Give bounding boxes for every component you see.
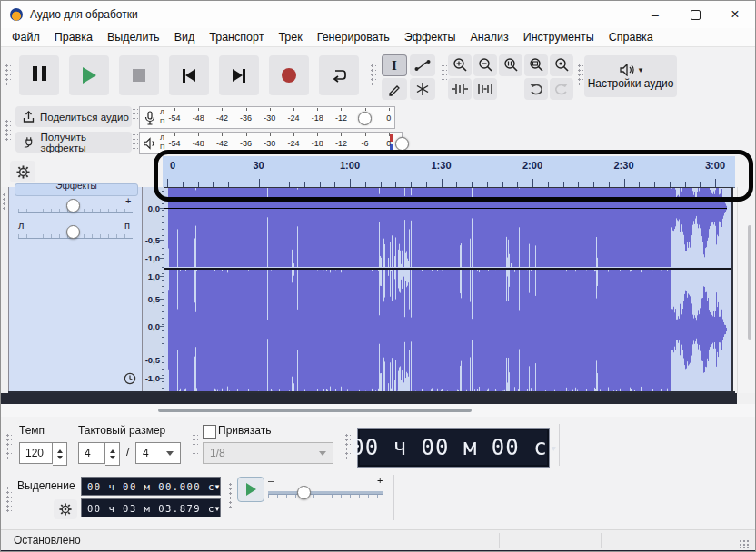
- play-button[interactable]: [69, 55, 109, 95]
- zoom-in-button[interactable]: [448, 54, 472, 76]
- track-grip[interactable]: [2, 192, 7, 212]
- skip-to-end-button[interactable]: [219, 55, 259, 95]
- toolbar-grip[interactable]: [370, 64, 376, 87]
- multi-tool-button[interactable]: [410, 78, 435, 100]
- play-at-speed-button[interactable]: [237, 477, 264, 502]
- playback-meter[interactable]: ЛП-54-48-42-36-30-24-18-12-60: [139, 132, 403, 154]
- ruler-time-label: 0: [170, 160, 175, 171]
- toolbar-grip[interactable]: [132, 107, 138, 127]
- menu-item[interactable]: Правка: [47, 31, 100, 44]
- upload-icon: [23, 111, 35, 123]
- tempo-value: 120: [25, 447, 44, 459]
- vertical-scrollbar[interactable]: [737, 187, 756, 393]
- audio-position-display[interactable]: 00 ч 00 м 00 с ▾: [357, 428, 550, 468]
- window-close-button[interactable]: ×: [715, 1, 755, 28]
- menu-item[interactable]: Выделить: [100, 31, 167, 44]
- pause-button[interactable]: [19, 55, 59, 95]
- silence-audio-icon: [476, 83, 494, 95]
- menu-item[interactable]: Эффекты: [397, 31, 463, 44]
- snap-select[interactable]: 1/8: [203, 442, 333, 464]
- selection-options-button[interactable]: [54, 499, 77, 519]
- vertical-ruler-tick: [162, 242, 164, 242]
- recording-meter[interactable]: ЛП-54-48-42-36-30-24-18-12-60: [139, 106, 395, 129]
- silence-audio-button[interactable]: [473, 78, 497, 100]
- selection-end-field[interactable]: 00 ч 03 м 03.879 с▾: [81, 498, 221, 518]
- toolbar-grip[interactable]: [5, 119, 11, 143]
- toolbar-grip[interactable]: [441, 64, 447, 87]
- tempo-spinner[interactable]: [53, 442, 67, 466]
- vertical-scrollbar-thumb[interactable]: [748, 225, 751, 340]
- selection-tool-button[interactable]: I: [382, 54, 407, 76]
- chevron-down-icon[interactable]: ▾: [552, 443, 556, 453]
- track-effects-button[interactable]: Эффекты: [15, 183, 138, 196]
- toolbar-grip[interactable]: [132, 133, 138, 153]
- volume-slider-knob[interactable]: [395, 137, 409, 151]
- timeline-options-button[interactable]: [10, 161, 35, 182]
- menu-item[interactable]: Анализ: [463, 31, 516, 44]
- get-effects-label: Получить эффекты: [41, 132, 132, 153]
- ruler-tick: [624, 179, 625, 187]
- beats-input[interactable]: 4: [78, 442, 105, 464]
- spin-down-icon[interactable]: [57, 456, 63, 459]
- track-control-panel[interactable]: Эффекты - + л п: [8, 187, 143, 393]
- toolbar-grip[interactable]: [192, 433, 198, 460]
- pan-slider-knob[interactable]: [66, 225, 80, 239]
- track-vertical-ruler[interactable]: 0,0-0,5-1,01,00,50,0-0,5-1,0: [143, 187, 164, 393]
- redo-button[interactable]: [550, 78, 573, 100]
- zoom-selection-button[interactable]: [499, 54, 522, 76]
- snap-checkbox[interactable]: [203, 425, 216, 439]
- toolbar-grip[interactable]: [5, 64, 11, 87]
- draw-tool-button[interactable]: [382, 78, 407, 100]
- selection-start-field[interactable]: 00 ч 00 м 00.000 с▾: [81, 477, 221, 496]
- clock-icon[interactable]: [124, 372, 136, 385]
- chevron-down-icon[interactable]: ▾: [215, 504, 220, 513]
- undo-button[interactable]: [524, 78, 548, 100]
- skip-to-start-button[interactable]: [169, 55, 209, 95]
- audio-setup-button[interactable]: ▾ Настройки аудио: [584, 55, 677, 97]
- tempo-input[interactable]: 120: [19, 442, 53, 464]
- toolbar-grip[interactable]: [5, 433, 12, 460]
- horizontal-scrollbar[interactable]: [1, 404, 755, 417]
- share-audio-button[interactable]: Поделиться аудио: [15, 106, 132, 127]
- loop-button[interactable]: [319, 55, 359, 95]
- toolbar-grip[interactable]: [5, 486, 12, 513]
- envelope-icon: [414, 58, 431, 73]
- toolbar-grip[interactable]: [344, 433, 351, 460]
- vertical-ruler-tick: [162, 280, 164, 281]
- window-maximize-button[interactable]: [675, 1, 715, 28]
- unit-select[interactable]: 4: [135, 442, 181, 464]
- microphone-icon: [144, 111, 156, 125]
- get-effects-button[interactable]: Получить эффекты: [15, 132, 132, 153]
- stop-button[interactable]: [119, 55, 159, 95]
- spin-down-icon[interactable]: [110, 456, 115, 459]
- menu-item[interactable]: Вид: [167, 31, 203, 44]
- envelope-tool-button[interactable]: [410, 54, 435, 76]
- horizontal-scrollbar-thumb[interactable]: [158, 409, 472, 412]
- timeline-ruler[interactable]: 0301:001:302:002:303:00: [163, 156, 735, 188]
- speed-slider-ticks: [268, 495, 383, 498]
- menu-item[interactable]: Транспорт: [202, 31, 271, 44]
- zoom-out-button[interactable]: [473, 54, 497, 76]
- chevron-down-icon[interactable]: ▾: [215, 482, 220, 491]
- menu-item[interactable]: Трек: [271, 31, 309, 44]
- toolbar-grip[interactable]: [577, 64, 583, 87]
- zoom-fit-button[interactable]: [524, 54, 548, 76]
- menu-item[interactable]: Файл: [5, 31, 47, 44]
- trim-audio-button[interactable]: [448, 78, 472, 100]
- record-button[interactable]: [269, 55, 309, 95]
- volume-slider-knob[interactable]: [358, 112, 372, 125]
- menu-item[interactable]: Генерировать: [310, 31, 397, 44]
- resize-grip[interactable]: [739, 539, 750, 548]
- waveform[interactable]: [164, 187, 733, 393]
- gain-slider-knob[interactable]: [66, 199, 80, 212]
- window-minimize-button[interactable]: –: [635, 1, 675, 28]
- plug-icon: [23, 136, 35, 148]
- menu-item[interactable]: Справка: [602, 31, 661, 44]
- zoom-toggle-button[interactable]: [550, 54, 573, 76]
- toolbar-grip[interactable]: [228, 482, 234, 509]
- spin-up-icon[interactable]: [110, 449, 115, 453]
- speed-slider-knob[interactable]: [297, 486, 311, 499]
- beats-spinner[interactable]: [105, 442, 120, 466]
- menu-item[interactable]: Инструменты: [516, 31, 602, 44]
- spin-up-icon[interactable]: [57, 449, 63, 453]
